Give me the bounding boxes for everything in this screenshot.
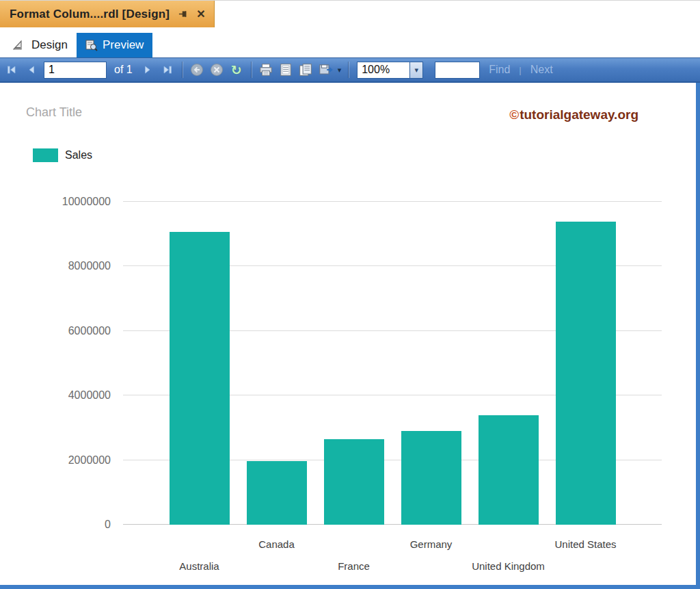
stop-icon[interactable] (209, 62, 224, 78)
previous-page-icon[interactable] (24, 62, 39, 78)
preview-tab-label: Preview (103, 38, 144, 52)
document-tab-title: Format Colum....rdl [Design] (10, 8, 170, 21)
category-label: Australia (179, 560, 219, 572)
category-label: Canada (258, 538, 295, 550)
y-tick-label: 6000000 (68, 325, 111, 337)
zoom-select[interactable]: 100% ▾ (357, 62, 423, 79)
bar-slot (547, 202, 624, 525)
category-slot: France (315, 525, 392, 579)
watermark-text: tutorialgateway.org (520, 107, 638, 122)
toolbar-separator (251, 62, 252, 78)
category-label: United States (554, 538, 616, 550)
report-preview-area: Chart Title ©tutorialgateway.org Sales 0… (0, 83, 700, 585)
view-tab-strip: Design Preview (0, 27, 700, 57)
print-icon[interactable] (258, 62, 273, 78)
category-label: United Kingdom (472, 560, 545, 572)
report-viewer-toolbar: of 1 ↻ (0, 57, 700, 83)
bar-united-states (556, 222, 616, 525)
find-link[interactable]: Find (489, 64, 510, 76)
category-slot: Germany (392, 525, 470, 579)
close-icon[interactable]: ✕ (196, 9, 205, 20)
window-right-border (696, 83, 700, 589)
document-tab-bar: Format Colum....rdl [Design] ✕ (0, 0, 700, 27)
pin-icon[interactable] (178, 9, 188, 19)
toolbar-separator (182, 62, 183, 78)
zoom-value: 100% (357, 62, 410, 79)
chart-legend: Sales (33, 148, 92, 162)
back-icon[interactable] (189, 62, 204, 78)
category-slot: Australia (161, 525, 238, 579)
toolbar-separator (348, 62, 349, 78)
page-setup-icon[interactable] (298, 62, 313, 78)
design-ruler-icon (13, 40, 27, 51)
document-tab[interactable]: Format Colum....rdl [Design] ✕ (0, 1, 215, 27)
zoom-dropdown-icon[interactable]: ▾ (410, 62, 423, 79)
design-tab-label: Design (31, 38, 68, 52)
category-slot: United Kingdom (470, 525, 547, 579)
bar-germany (401, 431, 461, 525)
preview-magnifier-icon (85, 40, 98, 51)
category-slot: United States (547, 525, 624, 579)
y-tick-label: 10000000 (62, 196, 111, 208)
export-dropdown-icon[interactable]: ▾ (338, 66, 342, 74)
category-axis: AustraliaCanadaFranceGermanyUnited Kingd… (161, 525, 624, 579)
watermark: ©tutorialgateway.org (509, 107, 638, 122)
bar-canada (247, 461, 307, 525)
last-page-icon[interactable] (160, 62, 175, 78)
copyright-symbol: © (509, 107, 519, 122)
find-input[interactable] (435, 62, 480, 79)
first-page-icon[interactable] (4, 62, 19, 78)
tab-design[interactable]: Design (4, 33, 77, 57)
bar-australia (170, 232, 230, 525)
bar-france (324, 439, 384, 525)
find-next-link[interactable]: Next (530, 64, 553, 76)
refresh-icon[interactable]: ↻ (229, 62, 244, 78)
find-next-divider: | (519, 65, 521, 75)
y-tick-label: 0 (105, 519, 111, 531)
category-slot: Canada (238, 525, 315, 579)
legend-label: Sales (65, 149, 92, 161)
print-layout-icon[interactable] (278, 62, 293, 78)
bar-slot (161, 202, 238, 525)
bar-slot (392, 202, 470, 525)
bars-row (161, 202, 624, 525)
page-count-label: of 1 (114, 64, 133, 76)
chart-title: Chart Title (26, 105, 82, 120)
export-icon[interactable] (318, 62, 333, 78)
window-bottom-border (0, 585, 700, 589)
y-tick-label: 2000000 (68, 454, 111, 467)
category-label: France (338, 560, 370, 572)
y-tick-label: 4000000 (68, 389, 111, 402)
next-page-icon[interactable] (140, 62, 155, 78)
plot-area (123, 202, 662, 525)
report-designer-window: Format Colum....rdl [Design] ✕ (0, 0, 700, 589)
tab-preview[interactable]: Preview (77, 33, 152, 57)
y-tick-label: 8000000 (68, 260, 111, 272)
category-label: Germany (410, 538, 453, 550)
bar-slot (470, 202, 547, 525)
bar-united-kingdom (479, 415, 539, 525)
bar-slot (238, 202, 315, 525)
current-page-input[interactable] (44, 62, 107, 79)
y-axis: 0200000040000006000000800000010000000 (0, 202, 116, 525)
bar-slot (315, 202, 392, 525)
legend-swatch (33, 148, 58, 162)
